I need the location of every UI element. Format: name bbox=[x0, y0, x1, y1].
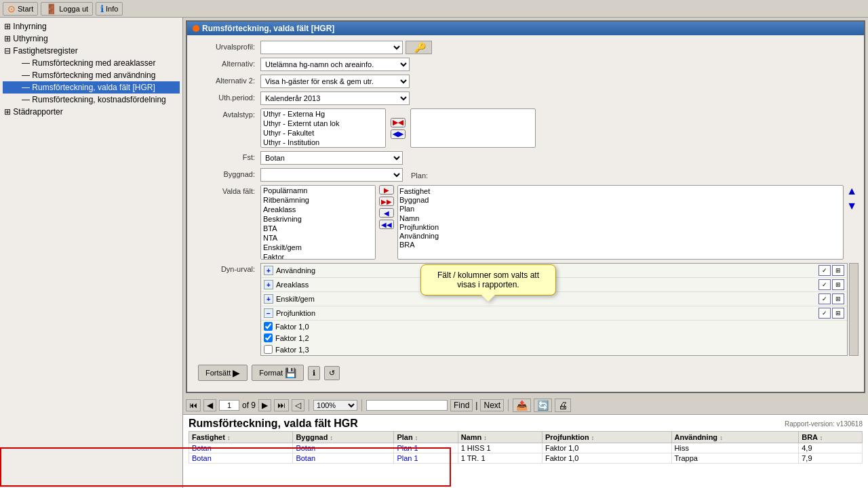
sidebar-item-inhyrning[interactable]: ⊞ Inhyrning bbox=[3, 20, 180, 33]
byggnad-select[interactable] bbox=[260, 168, 403, 182]
dyn-toggle-2[interactable]: + bbox=[264, 294, 273, 304]
next-find-button[interactable]: Next bbox=[480, 399, 504, 411]
dyn-copy-1[interactable]: ⊞ bbox=[832, 279, 844, 290]
field-up-button[interactable]: ▲ bbox=[846, 185, 857, 197]
dyn-checkbox-2[interactable] bbox=[264, 345, 273, 354]
refresh-report-button[interactable]: 🔄 bbox=[534, 399, 552, 412]
table-cell-0-3: 1 HISS 1 bbox=[458, 443, 542, 453]
first-page-button[interactable]: ⏮ bbox=[186, 399, 201, 411]
col-header-namn[interactable]: Namn ↕ bbox=[458, 432, 542, 443]
table-cell-0-2: Plan 1 bbox=[394, 443, 458, 453]
table-cell-1-1: Botan bbox=[293, 453, 394, 464]
dyn-checkbox-0[interactable] bbox=[264, 322, 273, 331]
sidebar-item-fastighetsregister[interactable]: ⊟ Fastighetsregister bbox=[3, 45, 180, 57]
dyn-checkbox-label-0: Faktor 1,0 bbox=[275, 323, 309, 331]
sidebar-item-valda_falt[interactable]: — Rumsförteckning, valda fält [HGR] bbox=[3, 81, 180, 94]
col-header-byggnad[interactable]: Byggnad ↕ bbox=[293, 432, 394, 443]
dyn-copy-3[interactable]: ⊞ bbox=[832, 308, 844, 319]
info-button[interactable]: ℹ Info bbox=[96, 2, 123, 16]
fortsatt-icon: ▶ bbox=[233, 367, 240, 378]
urvalsprofil-row: Urvalsprofil: 🔑 bbox=[193, 41, 859, 54]
prev-page-button[interactable]: ◀ bbox=[203, 399, 216, 411]
fortsatt-button[interactable]: Fortsätt ▶ bbox=[198, 365, 248, 381]
avtalstyp-remove-arrow[interactable]: ◀▶ bbox=[391, 129, 406, 139]
falt-add-arrow[interactable]: ▶ bbox=[379, 185, 394, 195]
next-page-button[interactable]: ▶ bbox=[258, 399, 271, 411]
uth-period-label: Uth.period: bbox=[193, 92, 260, 102]
info-dialog-button[interactable]: ℹ bbox=[308, 366, 320, 380]
byggnad-label: Byggnad: bbox=[193, 168, 260, 178]
dyn-check-1[interactable]: ✓ bbox=[818, 279, 831, 290]
report-version: Rapport-version: v130618 bbox=[785, 420, 863, 428]
start-button[interactable]: ⊙ Start bbox=[3, 2, 38, 16]
export-button[interactable]: 📤 bbox=[513, 399, 531, 412]
col-header-bra[interactable]: BRA ↕ bbox=[799, 432, 863, 443]
avtalstyp-selected-listbox[interactable] bbox=[410, 108, 536, 148]
sidebar-item-anvandning[interactable]: — Rumsförteckning med användning bbox=[3, 69, 180, 81]
sidebar-item-areaklasser[interactable]: — Rumsförteckning med areaklasser bbox=[3, 57, 180, 69]
avtalstyp-control: Uthyr - Externa HgUthyr - Externt utan l… bbox=[260, 108, 859, 148]
dyn-checkbox-1[interactable] bbox=[264, 333, 273, 342]
zoom-select[interactable]: 50%75%100%150%200% bbox=[313, 400, 357, 411]
dyn-scroll[interactable] bbox=[849, 263, 859, 356]
sidebar-item-uthyrning[interactable]: ⊞ Uthyrning bbox=[3, 33, 180, 45]
start-label: Start bbox=[18, 5, 33, 13]
dyn-toggle-0[interactable]: + bbox=[264, 266, 273, 275]
urvalsprofil-select[interactable] bbox=[260, 41, 403, 54]
sidebar-item-stadrapporter[interactable]: ⊞ Städrapporter bbox=[3, 106, 180, 118]
top-toolbar: ⊙ Start 🚪 Logga ut ℹ Info bbox=[0, 0, 868, 18]
fst-control: Botan bbox=[260, 151, 859, 165]
back-nav-button[interactable]: ◁ bbox=[292, 399, 304, 411]
format-icon: 💾 bbox=[285, 367, 296, 378]
falt-remove-all-arrow[interactable]: ◀◀ bbox=[379, 220, 394, 229]
dyn-toggle-1[interactable]: + bbox=[264, 280, 273, 289]
col-header-fastighet[interactable]: Fastighet ↕ bbox=[189, 432, 293, 443]
table-cell-1-3: 1 TR. 1 bbox=[458, 453, 542, 464]
up-down-arrows: ▲ ▼ bbox=[845, 185, 859, 212]
dyn-copy-0[interactable]: ⊞ bbox=[832, 265, 844, 276]
format-button[interactable]: Format 💾 bbox=[252, 365, 304, 381]
uth-period-select[interactable]: Kalenderår 2013 bbox=[260, 92, 410, 105]
falt-add-all-arrow[interactable]: ▶▶ bbox=[379, 197, 394, 206]
dyn-toggle-3[interactable]: − bbox=[264, 308, 273, 318]
avtalstyp-listbox[interactable]: Uthyr - Externa HgUthyr - Externt utan l… bbox=[260, 108, 386, 148]
col-header-plan[interactable]: Plan ↕ bbox=[394, 432, 458, 443]
dyn-checkbox-label-2: Faktor 1,3 bbox=[275, 346, 309, 354]
fst-row: Fst: Botan bbox=[193, 151, 859, 165]
toolbar-separator3 bbox=[508, 399, 509, 411]
field-down-button[interactable]: ▼ bbox=[846, 200, 857, 212]
dyn-copy-2[interactable]: ⊞ bbox=[832, 293, 844, 304]
valda-falt-listbox[interactable]: PopulärnamnRitbenämningAreaklassBeskrivn… bbox=[260, 185, 376, 260]
find-button[interactable]: Find bbox=[450, 399, 473, 411]
dyn-checkbox-item-0: Faktor 1,0 bbox=[261, 321, 847, 332]
avtalstyp-add-arrow[interactable]: ▶◀ bbox=[391, 118, 406, 127]
col-header-projfunktion[interactable]: Projfunktion ↕ bbox=[542, 432, 671, 443]
col-header-användning[interactable]: Användning ↕ bbox=[671, 432, 799, 443]
profiler-button[interactable]: 🔑 bbox=[406, 41, 432, 54]
dyn-check-0[interactable]: ✓ bbox=[818, 265, 831, 276]
avtalstyp-row: Avtalstyp: Uthyr - Externa HgUthyr - Ext… bbox=[193, 108, 859, 148]
info-label: Info bbox=[106, 5, 118, 13]
dyn-check-3[interactable]: ✓ bbox=[818, 308, 831, 319]
selected-fields-listbox[interactable]: FastighetByggnadPlanNamnProjfunktionAnvä… bbox=[397, 185, 844, 260]
page-input[interactable] bbox=[219, 400, 239, 411]
table-cell-1-2: Plan 1 bbox=[394, 453, 458, 464]
sidebar-item-kostnadsfordelning[interactable]: — Rumsförteckning, kostnadsfördelning bbox=[3, 94, 180, 106]
find-input[interactable] bbox=[366, 400, 448, 411]
logga-ut-button[interactable]: 🚪 Logga ut bbox=[41, 2, 93, 16]
refresh-button[interactable]: ↺ bbox=[324, 366, 340, 380]
alternativ2-select[interactable]: Visa h-gäster för ensk & gem utr. bbox=[260, 75, 410, 88]
page-of-label: of 9 bbox=[242, 401, 256, 410]
avtalstyp-arrows: ▶◀ ◀▶ bbox=[389, 118, 408, 139]
falt-remove-arrow[interactable]: ◀ bbox=[379, 208, 394, 218]
print-button[interactable]: 🖨 bbox=[555, 399, 571, 412]
alternativ2-control: Visa h-gäster för ensk & gem utr. bbox=[260, 75, 859, 88]
last-page-button[interactable]: ⏭ bbox=[274, 399, 289, 411]
report-content: Rumsförteckning, valda fält HGR Rapport-… bbox=[183, 415, 868, 488]
dialog-body: Urvalsprofil: 🔑 bbox=[187, 35, 864, 392]
dyn-check-2[interactable]: ✓ bbox=[818, 293, 831, 304]
table-cell-1-0: Botan bbox=[189, 453, 293, 464]
alternativ-select[interactable]: Utelämna hg-namn och areainfo. bbox=[260, 58, 410, 71]
dyn-urval-control: +Användning✓⊞+Areaklass✓⊞+Enskilt/gem✓⊞−… bbox=[260, 263, 859, 356]
fst-select[interactable]: Botan bbox=[260, 151, 403, 165]
